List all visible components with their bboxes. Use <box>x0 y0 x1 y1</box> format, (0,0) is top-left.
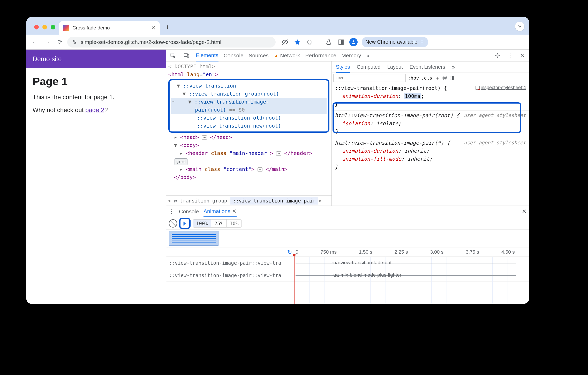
tab-console[interactable]: Console <box>224 52 244 59</box>
ellipsis-icon[interactable]: ⋯ <box>172 98 175 105</box>
reload-button[interactable]: ⟳ <box>55 37 65 47</box>
crumb-right-icon[interactable]: ▶ <box>319 198 322 203</box>
page-2-link[interactable]: page 2 <box>85 106 104 113</box>
site-settings-icon[interactable] <box>72 40 77 45</box>
bookmark-star-icon[interactable] <box>293 38 301 46</box>
page-para-2: Why not check out page 2? <box>33 106 160 114</box>
maximize-window-button[interactable] <box>51 25 55 29</box>
address-bar[interactable]: simple-set-demos.glitch.me/2-slow-cross-… <box>67 37 276 48</box>
tab-strip: Cross fade demo ✕ + <box>26 17 529 35</box>
duration-value-input[interactable]: 100ms <box>404 93 421 99</box>
address-toolbar: ← → ⟳ simple-set-demos.glitch.me/2-slow-… <box>26 35 529 50</box>
tab-styles[interactable]: Styles <box>336 64 350 73</box>
page-body: Page 1 This is the content for page 1. W… <box>26 68 166 127</box>
speed-10[interactable]: 10% <box>227 220 242 227</box>
print-icon[interactable] <box>442 75 447 81</box>
incognito-blocked-icon[interactable] <box>281 38 289 46</box>
animations-body: ↻ 0 750 ms 1.50 s 2.25 s 3.00 s 3.75 s 4… <box>166 230 529 304</box>
play-pause-button[interactable]: ⏵ <box>182 220 188 226</box>
stylesheet-link[interactable]: inspector-stylesheet:4 <box>476 84 526 91</box>
tab-layout[interactable]: Layout <box>387 64 403 70</box>
crumb-image-pair[interactable]: ::view-transition-image-pair <box>230 197 318 205</box>
play-button-callout: ⏵ <box>179 218 191 229</box>
playhead[interactable] <box>294 255 295 304</box>
dom-panel: <!DOCTYPE html> <html lang="en"> ▼ ::vie… <box>166 61 332 206</box>
animations-close-icon[interactable]: ✕ <box>232 208 237 214</box>
grid-badge[interactable]: grid <box>175 158 187 165</box>
extensions-icon[interactable] <box>306 38 314 46</box>
tab-title: Cross fade demo <box>72 25 148 31</box>
svg-rect-4 <box>341 40 343 44</box>
tab-network[interactable]: ▲ Network <box>274 52 300 59</box>
back-button[interactable]: ← <box>30 37 40 47</box>
devtools-close-icon[interactable]: ✕ <box>518 51 526 60</box>
hov-toggle[interactable]: :hov <box>408 75 419 81</box>
svg-point-1 <box>75 42 76 44</box>
url-text: simple-set-demos.glitch.me/2-slow-cross-… <box>81 39 221 45</box>
time-ruler: 0 750 ms 1.50 s 2.25 s 3.00 s 3.75 s 4.5… <box>166 247 529 257</box>
replay-icon[interactable]: ↻ <box>287 249 292 256</box>
devtools-drawer: ⋮ Console Animations ✕ ✕ ⏵ 100% 25% 10% <box>166 206 529 304</box>
tab-search-button[interactable] <box>515 22 524 31</box>
animation-group-thumb[interactable] <box>169 231 218 246</box>
labs-icon[interactable] <box>325 38 333 46</box>
stylesheet-icon <box>476 86 480 90</box>
drawer-close-icon[interactable]: ✕ <box>522 208 526 215</box>
tab-sources[interactable]: Sources <box>249 52 269 59</box>
tab-event-listeners[interactable]: Event Listeners <box>410 64 445 70</box>
tab-more[interactable]: » <box>366 52 369 59</box>
traffic-lights <box>31 25 59 35</box>
kebab-icon: ⋮ <box>419 39 425 45</box>
toolbar-actions: New Chrome available ⋮ <box>281 37 428 47</box>
speed-100[interactable]: 100% <box>193 220 211 227</box>
minimize-window-button[interactable] <box>42 25 47 29</box>
cls-toggle[interactable]: .cls <box>421 75 432 81</box>
tab-close-button[interactable]: ✕ <box>151 25 156 31</box>
device-toolbar-icon[interactable] <box>182 51 191 60</box>
new-style-rule-icon[interactable]: ＋ <box>434 74 440 82</box>
page-para-1: This is the content for page 1. <box>33 93 160 101</box>
drawer-tab-console[interactable]: Console <box>179 208 199 215</box>
update-label: New Chrome available <box>365 39 417 45</box>
new-tab-button[interactable]: + <box>163 23 172 35</box>
styles-toolbar: :hov .cls ＋ <box>332 73 529 83</box>
page-preview: Demo site Page 1 This is the content for… <box>26 50 166 304</box>
styles-sub-tabs: Styles Computed Layout Event Listeners » <box>332 61 529 73</box>
devtools-panel: Elements Console Sources ▲ Network Perfo… <box>166 50 529 304</box>
separator <box>319 38 319 46</box>
tab-computed[interactable]: Computed <box>357 64 380 70</box>
settings-gear-icon[interactable] <box>493 51 502 60</box>
favicon-icon <box>63 25 69 31</box>
drawer-kebab-icon[interactable]: ⋮ <box>169 208 174 215</box>
tab-elements[interactable]: Elements <box>196 52 218 61</box>
tab-performance[interactable]: Performance <box>305 52 336 59</box>
chrome-update-button[interactable]: New Chrome available ⋮ <box>362 37 428 47</box>
svg-point-5 <box>353 40 355 42</box>
animations-toolbar: ⏵ 100% 25% 10% <box>166 217 529 230</box>
animations-timeline[interactable]: ↻ 0 750 ms 1.50 s 2.25 s 3.00 s 3.75 s 4… <box>166 247 529 304</box>
drawer-tab-animations[interactable]: Animations ✕ <box>203 208 237 217</box>
styles-filter-input[interactable] <box>333 74 406 82</box>
crumb-group[interactable]: w-transition-group <box>171 197 230 205</box>
forward-button[interactable]: → <box>42 37 52 47</box>
tab-styles-more[interactable]: » <box>452 64 455 70</box>
clear-animations-button[interactable] <box>169 219 177 228</box>
tab-memory[interactable]: Memory <box>342 52 361 59</box>
devtools-kebab-icon[interactable]: ⋮ <box>506 51 514 60</box>
elements-styles-split: <!DOCTYPE html> <html lang="en"> ▼ ::vie… <box>166 61 529 206</box>
profile-avatar[interactable] <box>349 38 358 46</box>
inspect-element-icon[interactable] <box>169 51 177 60</box>
dom-tree[interactable]: <!DOCTYPE html> <html lang="en"> ▼ ::vie… <box>166 61 331 195</box>
computed-toggle-icon[interactable] <box>449 75 455 81</box>
dom-breadcrumbs[interactable]: ◀ w-transition-group ::view-transition-i… <box>166 195 331 206</box>
svg-rect-11 <box>443 77 447 79</box>
browser-tab[interactable]: Cross fade demo ✕ <box>59 21 160 35</box>
drawer-tabs: ⋮ Console Animations ✕ ✕ <box>166 206 529 217</box>
svg-point-9 <box>497 55 498 56</box>
styles-rules[interactable]: inspector-stylesheet:4 ::view-transition… <box>332 83 529 173</box>
close-window-button[interactable] <box>34 25 39 29</box>
devtools-dock-icon[interactable] <box>337 38 345 46</box>
crumb-left-icon[interactable]: ◀ <box>167 198 171 203</box>
speed-25[interactable]: 25% <box>211 220 227 227</box>
chevron-down-icon <box>518 25 522 28</box>
